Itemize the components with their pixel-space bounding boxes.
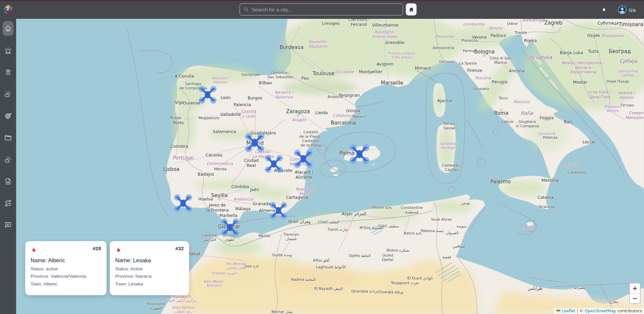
contributors-text: contributors <box>617 309 642 313</box>
cloud-sun-icon <box>3 87 13 101</box>
map-label: Osijek <box>587 33 600 38</box>
map-label: Catania <box>538 195 554 200</box>
sidebar-item-forecast[interactable] <box>0 148 16 170</box>
map-label: Italia <box>520 110 533 117</box>
sidebar-item-teams[interactable] <box>0 61 16 83</box>
map-label: Crna Gora /Црна Гора <box>588 90 610 99</box>
drone-marker[interactable] <box>349 143 370 165</box>
map-label: Latina <box>502 120 513 124</box>
map-label: بنغازي <box>609 300 619 304</box>
openstreetmap-link[interactable]: OpenStreetMap <box>585 309 616 313</box>
sidebar-item-weather[interactable] <box>0 83 16 105</box>
map-label: Oujda وجدة <box>272 253 292 258</box>
user-avatar-icon[interactable] <box>618 5 627 14</box>
notifications-button[interactable] <box>600 5 608 14</box>
drone-marker[interactable] <box>173 193 193 213</box>
map-label: مصراتة <box>574 286 585 290</box>
map-label: León <box>221 95 231 100</box>
map-label: Castillay León <box>241 109 256 119</box>
map-label: Castellóde la Plana /Castellónde la Plan… <box>299 130 322 148</box>
map-label: Jaén <box>250 187 259 192</box>
map-label: Abruzzo <box>513 99 529 104</box>
map-label: Tuzla <box>588 49 598 54</box>
map-label: Србија <box>619 58 637 64</box>
map-label: Siracusa <box>539 205 555 209</box>
incident-card[interactable]: #32Name: LesakaStatus: ActiveProvince: N… <box>110 241 189 295</box>
city-search-box[interactable] <box>240 3 403 15</box>
user-name[interactable]: Iza <box>629 7 636 13</box>
map-label: تونس <box>461 201 470 206</box>
sidebar-item-home[interactable] <box>0 17 16 39</box>
incident-town: Town: Alberic <box>31 281 101 286</box>
leaflet-link[interactable]: Leaflet <box>562 309 575 313</box>
drone-marker[interactable] <box>293 149 313 169</box>
map-label: Porto <box>173 121 184 126</box>
map-label: Malta <box>524 225 535 230</box>
map-label: Parma <box>463 49 475 53</box>
map-label: Војводина <box>602 33 624 38</box>
drone-marker[interactable] <box>269 201 288 220</box>
sidebar-item-files[interactable] <box>0 127 16 148</box>
map-label: Foggia <box>540 116 553 121</box>
map-label: Тетово <box>620 103 634 108</box>
home-icon <box>409 7 414 12</box>
map-label: Oriental الشرق <box>211 271 237 275</box>
incident-card[interactable]: #28Name: AlbericStatus: activeProvince: … <box>25 241 106 295</box>
drone-marker[interactable] <box>198 85 217 104</box>
map-label: El Bayadh البيض <box>314 287 343 291</box>
sidebar-item-routes[interactable] <box>0 192 16 214</box>
map-label: Béni Mellal-Khénifra <box>204 279 224 288</box>
map-label: Jerez dela Frontera <box>206 203 228 213</box>
map-label: Catanzaro <box>567 171 586 175</box>
map-label: Lecce <box>583 140 595 145</box>
map-label: Tlemcenتلمسان <box>283 233 299 241</box>
map-label: Andorra <box>328 95 342 99</box>
map-label: Djelfa الجلفة <box>349 254 371 258</box>
map-label: Roma <box>494 110 509 117</box>
map-label: Kosova /Kosovo <box>618 91 635 100</box>
map-label: Braga <box>170 116 181 120</box>
map-label: Naâma النعامة <box>291 278 316 282</box>
map-label: Catalunya <box>333 113 353 118</box>
search-input[interactable] <box>249 7 403 12</box>
map-label: Salamanca <box>213 129 236 134</box>
map-label: Campania <box>537 131 555 135</box>
drone-marker[interactable] <box>244 132 265 153</box>
map-label: Banja Luka <box>560 50 583 55</box>
map-label: Portugal <box>172 155 193 161</box>
sidebar-item-messages[interactable] <box>0 214 16 236</box>
map-label: Trieste <box>515 31 527 35</box>
map-label: Biskra بسكرة <box>387 249 410 253</box>
attribution-separator: | <box>577 309 578 313</box>
map-label: Hrvatska <box>530 55 552 61</box>
map-label: Mostar <box>573 80 588 85</box>
route-icon <box>3 196 13 211</box>
sidebar-item-reports[interactable] <box>0 170 16 192</box>
home-button[interactable] <box>406 3 417 15</box>
map-label: سوسة <box>457 224 467 229</box>
map-label: Grosseto <box>473 87 489 91</box>
map-label: Valladolid <box>220 112 241 117</box>
map-label: Badajoz <box>198 172 214 177</box>
map-label: Rijeka <box>524 38 537 43</box>
map-label: Ghardaïa غرداية <box>351 289 379 294</box>
cloud-sun-icon <box>3 152 13 167</box>
sidebar-item-alerts[interactable] <box>0 39 16 61</box>
zoom-out-button[interactable]: − <box>630 294 640 303</box>
map-label: Aragón <box>292 118 306 122</box>
map-label: Monaco <box>415 66 431 71</box>
map-label: القيروان <box>446 231 459 235</box>
app-logo-icon[interactable] <box>2 3 14 16</box>
drone-marker[interactable] <box>220 218 240 237</box>
map-label: El Oued الوادي <box>407 276 432 281</box>
map-label: Villeurbanne <box>372 23 399 28</box>
zoom-in-button[interactable]: + <box>630 283 640 294</box>
drone-marker[interactable] <box>264 154 284 174</box>
map-label: Santander <box>242 73 261 77</box>
sidebar-item-map-editor[interactable] <box>0 105 16 127</box>
map-label: M'Sila المسيلة <box>359 226 383 230</box>
map-label: Alacant /Alicante <box>295 170 313 180</box>
map-label: Nouvelle-Aquitaine <box>308 39 328 49</box>
incident-province: Province: Navarra <box>115 274 184 279</box>
map-label: Timișoara <box>618 22 643 28</box>
